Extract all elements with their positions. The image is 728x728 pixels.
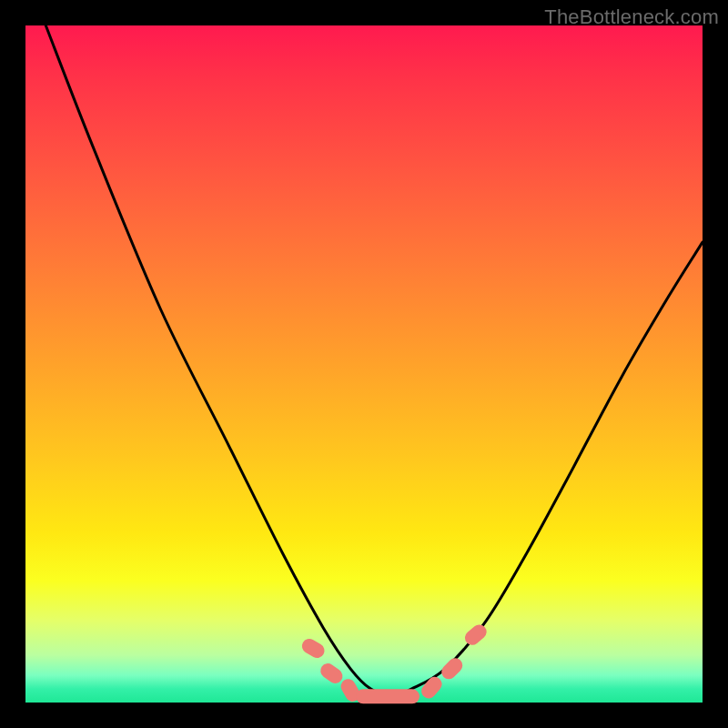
curve-marker (299, 636, 328, 661)
curve-marker (462, 622, 490, 648)
curve-marker (439, 655, 466, 682)
curve-marker (318, 661, 345, 686)
svg-rect-4 (419, 673, 445, 701)
bottleneck-curve (46, 25, 703, 696)
svg-rect-1 (318, 661, 345, 686)
chart-frame: TheBottleneck.com (0, 0, 728, 728)
curve-marker (356, 689, 420, 703)
svg-rect-3 (356, 689, 420, 703)
plot-area (25, 25, 703, 703)
curve-marker (419, 673, 445, 701)
svg-rect-0 (299, 636, 328, 661)
curve-layer (25, 25, 703, 703)
svg-rect-5 (439, 655, 466, 682)
svg-rect-6 (462, 622, 490, 648)
watermark-text: TheBottleneck.com (544, 5, 719, 29)
